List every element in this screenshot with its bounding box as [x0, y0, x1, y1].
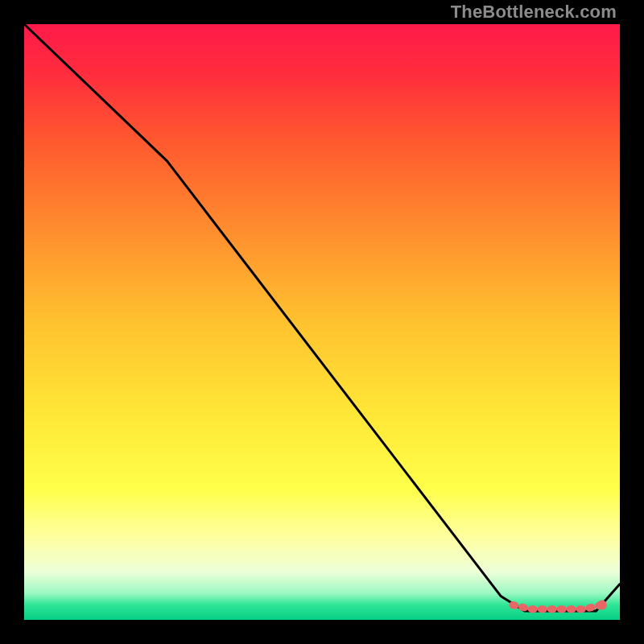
bottleneck-curve [24, 24, 620, 611]
end-marker [597, 601, 607, 610]
marker-band [513, 605, 602, 609]
chart-root: TheBottleneck.com [0, 0, 644, 644]
line-layer [24, 24, 620, 620]
watermark-text: TheBottleneck.com [451, 2, 617, 23]
plot-area [24, 24, 620, 620]
